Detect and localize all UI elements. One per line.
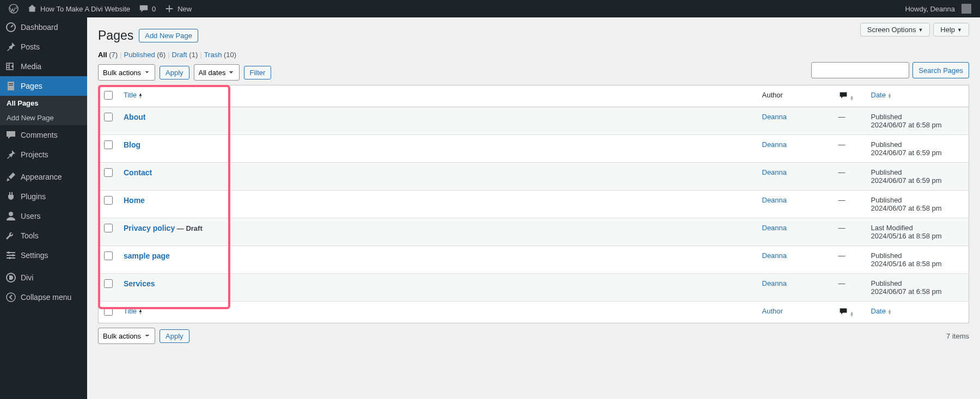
- column-author-bottom: Author: [757, 302, 833, 323]
- page-title-link[interactable]: About: [124, 113, 145, 121]
- bulk-actions-select-bottom[interactable]: Bulk actions: [98, 328, 155, 344]
- divi-icon: [5, 272, 16, 283]
- row-checkbox[interactable]: [104, 113, 113, 121]
- date-filter-select[interactable]: All dates: [194, 64, 240, 81]
- menu-item-divi[interactable]: Divi: [0, 268, 87, 287]
- user-icon: [5, 211, 16, 222]
- sort-date-bottom[interactable]: Date▲▼: [871, 307, 892, 315]
- menu-item-dashboard[interactable]: Dashboard: [0, 17, 87, 37]
- row-checkbox[interactable]: [104, 224, 113, 232]
- items-count-bottom: 7 items: [946, 332, 969, 340]
- menu-item-posts[interactable]: Posts: [0, 37, 87, 57]
- apply-button-top[interactable]: Apply: [160, 66, 189, 79]
- post-state: — Draft: [175, 224, 203, 232]
- row-checkbox[interactable]: [104, 168, 113, 177]
- home-icon: [27, 4, 37, 14]
- comments-cell: —: [833, 246, 866, 274]
- comments-cell: —: [833, 274, 866, 302]
- svg-point-10: [8, 251, 10, 254]
- author-link[interactable]: Deanna: [762, 140, 787, 149]
- page-title-link[interactable]: Home: [124, 196, 145, 205]
- menu-item-projects[interactable]: Projects: [0, 145, 87, 164]
- row-checkbox[interactable]: [104, 251, 113, 260]
- bulk-actions-select[interactable]: Bulk actions: [98, 64, 155, 81]
- menu-item-pages[interactable]: Pages: [0, 76, 87, 96]
- pages-table: Title▲▼ Author ▲▼ Date▲▼ AboutDeanna—Pub…: [98, 85, 969, 323]
- select-all-bottom[interactable]: [104, 307, 113, 316]
- site-name-link[interactable]: How To Make A Divi Website: [23, 0, 134, 17]
- new-label: New: [177, 5, 192, 13]
- wrench-icon: [5, 230, 16, 241]
- date-cell: Published2024/06/07 at 6:58 pm: [866, 274, 969, 302]
- avatar: [961, 4, 971, 14]
- svg-rect-3: [8, 82, 14, 90]
- table-row: AboutDeanna—Published2024/06/07 at 6:58 …: [99, 107, 969, 135]
- filter-published[interactable]: Published: [124, 51, 155, 59]
- filter-trash[interactable]: Trash: [204, 51, 222, 59]
- sort-title-bottom[interactable]: Title▲▼: [124, 307, 143, 315]
- author-link[interactable]: Deanna: [762, 224, 787, 232]
- author-link[interactable]: Deanna: [762, 168, 787, 176]
- sort-title[interactable]: Title▲▼: [124, 91, 143, 99]
- comments-cell: —: [833, 218, 866, 246]
- row-checkbox[interactable]: [104, 196, 113, 205]
- date-cell: Published2024/06/07 at 6:58 pm: [866, 191, 969, 218]
- filter-draft[interactable]: Draft: [172, 51, 187, 59]
- help-button[interactable]: Help ▼: [933, 23, 969, 36]
- brush-icon: [5, 171, 16, 182]
- page-title-link[interactable]: sample page: [124, 251, 170, 260]
- svg-point-11: [12, 254, 14, 256]
- page-icon: [5, 81, 16, 91]
- select-all-top[interactable]: [104, 91, 113, 100]
- table-row: sample pageDeanna—Published2024/05/16 at…: [99, 246, 969, 274]
- account-link[interactable]: Howdy, Deanna: [901, 0, 976, 17]
- row-checkbox[interactable]: [104, 140, 113, 149]
- sort-date[interactable]: Date▲▼: [871, 91, 892, 99]
- column-comments-bottom[interactable]: ▲▼: [838, 309, 854, 317]
- search-input[interactable]: [811, 62, 909, 78]
- column-comments[interactable]: ▲▼: [838, 93, 854, 101]
- pin-icon: [5, 41, 16, 52]
- menu-item-tools[interactable]: Tools: [0, 226, 87, 245]
- menu-item-appearance[interactable]: Appearance: [0, 167, 87, 187]
- search-pages-button[interactable]: Search Pages: [912, 62, 969, 78]
- page-title-link[interactable]: Blog: [124, 140, 140, 149]
- table-row: Privacy policy — DraftDeanna—Last Modifi…: [99, 218, 969, 246]
- submenu-all-pages[interactable]: All Pages: [0, 96, 87, 111]
- comment-icon: [5, 130, 16, 140]
- main-content: Screen Options ▼ Help ▼ Pages Add New Pa…: [87, 17, 980, 399]
- wp-logo[interactable]: [4, 0, 23, 17]
- svg-point-12: [9, 257, 11, 259]
- comments-link[interactable]: 0: [134, 0, 160, 17]
- author-link[interactable]: Deanna: [762, 113, 787, 121]
- author-link[interactable]: Deanna: [762, 196, 787, 204]
- menu-item-comments[interactable]: Comments: [0, 125, 87, 145]
- row-checkbox[interactable]: [104, 279, 113, 288]
- svg-point-2: [11, 65, 14, 67]
- menu-item-plugins[interactable]: Plugins: [0, 187, 87, 206]
- admin-toolbar: How To Make A Divi Website 0 New Howdy, …: [0, 0, 980, 17]
- menu-item-collapse-menu[interactable]: Collapse menu: [0, 287, 87, 307]
- column-author: Author: [757, 85, 833, 107]
- apply-button-bottom[interactable]: Apply: [160, 329, 189, 343]
- table-row: ContactDeanna—Published2024/06/07 at 6:5…: [99, 163, 969, 191]
- screen-options-button[interactable]: Screen Options ▼: [860, 23, 930, 36]
- menu-item-users[interactable]: Users: [0, 206, 87, 226]
- filter-all[interactable]: All: [98, 51, 107, 59]
- page-title-link[interactable]: Privacy policy: [124, 224, 175, 232]
- date-cell: Published2024/06/07 at 6:58 pm: [866, 107, 969, 135]
- page-title-link[interactable]: Services: [124, 279, 155, 288]
- date-cell: Published2024/06/07 at 6:59 pm: [866, 135, 969, 163]
- menu-item-settings[interactable]: Settings: [0, 245, 87, 265]
- menu-item-media[interactable]: Media: [0, 57, 87, 76]
- author-link[interactable]: Deanna: [762, 279, 787, 287]
- filter-button[interactable]: Filter: [244, 66, 272, 79]
- table-row: BlogDeanna—Published2024/06/07 at 6:59 p…: [99, 135, 969, 163]
- date-cell: Published2024/06/07 at 6:59 pm: [866, 163, 969, 191]
- submenu-add-new-page[interactable]: Add New Page: [0, 111, 87, 125]
- author-link[interactable]: Deanna: [762, 251, 787, 260]
- page-title-link[interactable]: Contact: [124, 168, 152, 177]
- add-new-page-button[interactable]: Add New Page: [139, 29, 198, 42]
- new-content-link[interactable]: New: [160, 0, 196, 17]
- svg-rect-4: [9, 83, 13, 84]
